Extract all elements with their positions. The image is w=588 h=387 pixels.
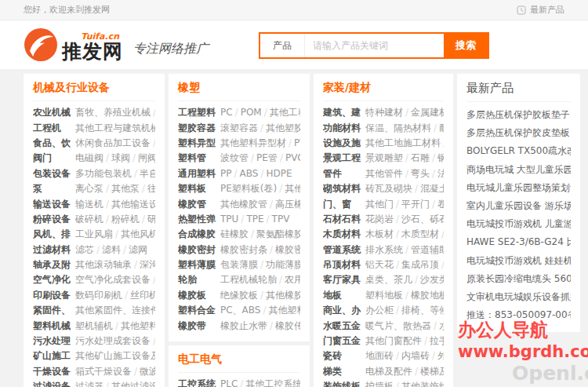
category-name-link[interactable]: 粉碎设备 bbox=[33, 213, 75, 226]
category-name-link[interactable]: 轮胎 bbox=[178, 273, 220, 287]
sub-category-link[interactable]: 拉手 bbox=[430, 335, 444, 346]
sub-category-link[interactable]: 高压橡胶管、低 bbox=[275, 199, 300, 210]
sub-category-link[interactable]: 半自动打包机 bbox=[140, 168, 155, 179]
sub-category-link[interactable]: TPU bbox=[220, 214, 238, 225]
sub-category-link[interactable]: 沙发类 bbox=[420, 274, 444, 285]
sub-category-link[interactable]: 塑料地板 bbox=[365, 290, 403, 301]
sub-category-link[interactable]: PP bbox=[220, 168, 231, 179]
category-name-link[interactable]: 客厅家具 bbox=[323, 273, 365, 287]
category-name-link[interactable]: 塑料板 bbox=[178, 182, 220, 195]
category-name-link[interactable]: 木质材料 bbox=[323, 228, 365, 241]
sub-category-link[interactable]: 数码印刷机 bbox=[75, 290, 122, 301]
sub-category-link[interactable]: HDPE bbox=[266, 168, 292, 179]
sub-category-link[interactable]: 球阀 bbox=[111, 152, 130, 163]
sub-category-link[interactable]: 滤网 bbox=[129, 244, 147, 255]
site-logo[interactable]: Tuifa.cn 推发网 专注网络推广 bbox=[24, 27, 209, 62]
category-name-link[interactable]: 合成橡胶 bbox=[178, 228, 220, 241]
sub-category-link[interactable]: 过滤器 bbox=[75, 381, 103, 387]
sub-category-link[interactable]: 微波干燥设备 bbox=[140, 366, 155, 377]
sub-category-link[interactable]: 其他滚动轴承 bbox=[75, 259, 132, 270]
sub-category-link[interactable]: 深沟球轴承 bbox=[140, 259, 155, 270]
category-name-link[interactable]: 工控系统 bbox=[178, 378, 220, 387]
sub-category-link[interactable]: ABS bbox=[240, 168, 259, 179]
section-title[interactable]: 家装/建材 bbox=[323, 81, 444, 101]
sub-category-link[interactable]: 木板材 bbox=[365, 228, 394, 239]
sub-category-link[interactable]: PE塑料板(卷) bbox=[220, 183, 277, 194]
category-name-link[interactable]: 石材石料 bbox=[323, 213, 365, 226]
sub-category-link[interactable]: 铝天花 bbox=[365, 259, 394, 270]
sub-category-link[interactable]: 其他门 bbox=[365, 199, 394, 210]
sub-category-link[interactable]: 内墙砖 bbox=[401, 350, 430, 361]
category-name-link[interactable]: 砌筑材料 bbox=[323, 182, 365, 195]
category-name-link[interactable]: 塑料机械 bbox=[33, 319, 75, 333]
category-name-link[interactable]: 吊顶材料 bbox=[323, 258, 365, 272]
sub-category-link[interactable]: 聚氨酯橡胶 bbox=[256, 228, 300, 239]
search-category-select[interactable]: 产品 bbox=[260, 34, 305, 57]
category-name-link[interactable]: 设施及施 bbox=[323, 137, 365, 150]
sub-category-link[interactable]: 其他装饰线板 bbox=[401, 381, 444, 387]
category-name-link[interactable]: 塑料薄膜 bbox=[178, 258, 220, 272]
category-name-link[interactable]: 管道系统 bbox=[323, 243, 365, 257]
category-name-link[interactable]: 橡胶密封 bbox=[178, 243, 220, 257]
category-name-link[interactable]: 热塑性弹 bbox=[178, 213, 220, 226]
category-name-link[interactable]: 管件 bbox=[323, 167, 365, 181]
sub-category-link[interactable]: 橡胶传送带 bbox=[275, 320, 300, 331]
sub-category-link[interactable]: 波纹管 bbox=[220, 152, 249, 163]
sub-category-link[interactable]: PVC塑料异 bbox=[294, 137, 300, 148]
sub-category-link[interactable]: 法兰 bbox=[437, 168, 444, 179]
latest-product-item[interactable]: 推送：853-050097-00省市县区 bbox=[466, 306, 571, 324]
search-input[interactable] bbox=[305, 34, 444, 57]
sub-category-link[interactable]: 工程机械轮胎 bbox=[220, 274, 277, 285]
sub-category-link[interactable]: 混凝土制品 bbox=[420, 183, 444, 194]
sub-category-link[interactable]: 其他工程与建筑机械 bbox=[75, 122, 155, 133]
sub-category-link[interactable]: 往复泵 bbox=[147, 183, 155, 194]
sub-category-link[interactable]: 排椅、等候椅 bbox=[401, 305, 444, 316]
sub-category-link[interactable]: 农用车轮胎 bbox=[285, 274, 300, 285]
category-name-link[interactable]: 农业机械 bbox=[33, 106, 75, 119]
sub-category-link[interactable]: PC bbox=[220, 107, 233, 118]
category-name-link[interactable]: 印刷设备 bbox=[33, 289, 75, 302]
category-name-link[interactable]: 商业、办 bbox=[323, 304, 365, 317]
category-name-link[interactable]: 橡胶带 bbox=[178, 319, 220, 333]
category-name-link[interactable]: 工程机 bbox=[33, 122, 75, 135]
sub-category-link[interactable]: 橡胶止水带 bbox=[220, 320, 267, 331]
sub-category-link[interactable]: 其他橡胶板 bbox=[266, 290, 300, 301]
sub-category-link[interactable]: 特种建材 bbox=[365, 107, 403, 118]
sub-category-link[interactable]: TPV bbox=[272, 214, 290, 225]
category-name-link[interactable]: 塑胶容器 bbox=[178, 122, 220, 135]
category-name-link[interactable]: 门、窗 bbox=[323, 198, 365, 211]
category-name-link[interactable]: 风机、排 bbox=[33, 228, 75, 241]
latest-product-item[interactable]: 电玩城投币游戏机 儿童游乐场所 bbox=[466, 215, 571, 233]
sub-category-link[interactable]: 沙石、砾石、卵石 bbox=[401, 214, 444, 225]
sub-category-link[interactable]: 电梯及配件 bbox=[365, 366, 412, 377]
latest-product-item[interactable]: 室内儿童乐园设备 游乐场大小型 bbox=[466, 197, 571, 215]
sub-category-link[interactable]: 桌类、茶几 bbox=[365, 274, 412, 285]
sub-category-link[interactable]: 砖瓦及砌块 bbox=[365, 183, 412, 194]
sub-category-link[interactable]: 其他工程塑料 bbox=[270, 107, 300, 118]
search-button[interactable]: 搜索 bbox=[444, 34, 488, 57]
sub-category-link[interactable]: 破碎机 bbox=[75, 214, 103, 225]
sub-category-link[interactable]: 滤芯 bbox=[75, 244, 94, 255]
sub-category-link[interactable]: 硅橡胶 bbox=[220, 228, 249, 239]
category-name-link[interactable]: 门窗五金 bbox=[323, 334, 365, 348]
sub-category-link[interactable]: PLC bbox=[220, 378, 238, 387]
category-name-link[interactable]: 地板 bbox=[323, 289, 365, 302]
category-name-link[interactable]: 塑料异型 bbox=[178, 137, 220, 150]
sub-category-link[interactable]: 其他风机、排风设 bbox=[121, 228, 155, 239]
category-name-link[interactable]: 紧固件、 bbox=[33, 304, 75, 317]
sub-category-link[interactable]: 排水系统 bbox=[365, 244, 403, 255]
category-name-link[interactable]: 矿山施工 bbox=[33, 349, 75, 363]
sub-category-link[interactable]: POM bbox=[241, 107, 262, 118]
sub-category-link[interactable]: 空气净化成套设备 bbox=[75, 274, 151, 285]
sub-category-link[interactable]: 其他门窗配件 bbox=[365, 335, 422, 346]
category-name-link[interactable]: 污水处理 bbox=[33, 334, 75, 348]
category-name-link[interactable]: 过滤材料 bbox=[33, 243, 75, 257]
sub-category-link[interactable]: 研磨机 bbox=[147, 214, 155, 225]
latest-product-item[interactable]: 多层热压机保护胶皮垫板 bbox=[466, 124, 571, 142]
sub-category-link[interactable]: 卷闸门 bbox=[437, 199, 444, 210]
sub-category-link[interactable]: 保温、隔热材料 bbox=[365, 122, 431, 133]
sub-category-link[interactable]: 钢结构、膜 bbox=[437, 152, 444, 163]
sub-category-link[interactable]: 箱式干燥设备 bbox=[75, 366, 132, 377]
sub-category-link[interactable]: 楼梯及配件 bbox=[420, 366, 444, 377]
sub-category-link[interactable]: 粉碎机 bbox=[111, 214, 140, 225]
